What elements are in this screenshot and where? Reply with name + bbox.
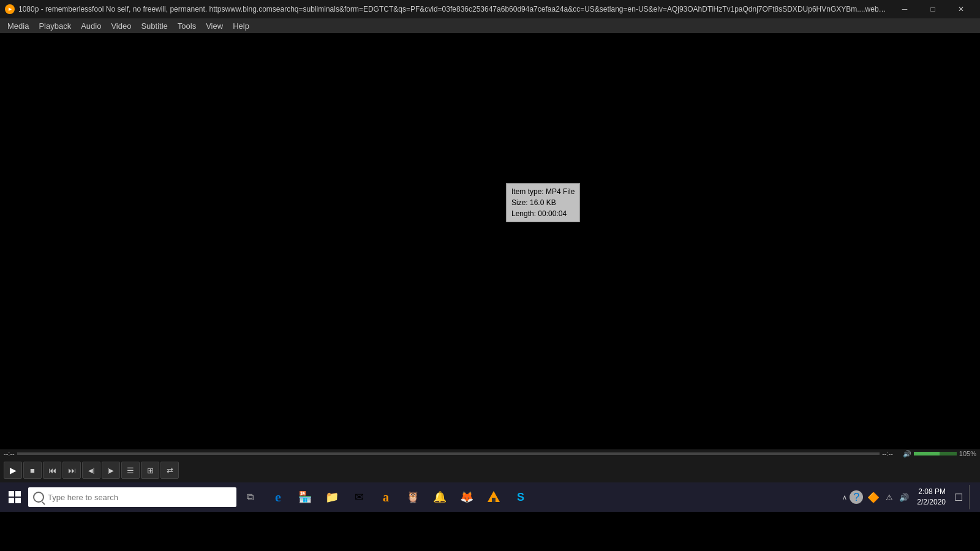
stop-button[interactable]: ■ bbox=[23, 462, 42, 479]
taskbar: ⧉ e 🏪 📁 ✉ a 🦉 🔔 🦊 S ∧ ? 🔶 ⚠ 🔊 bbox=[0, 482, 980, 512]
firefox-icon[interactable]: 🦊 bbox=[454, 485, 479, 509]
menu-tools[interactable]: Tools bbox=[173, 18, 201, 33]
tray-vlc-icon[interactable]: 🔶 bbox=[865, 492, 881, 503]
network-icon[interactable]: ⚠ bbox=[884, 493, 895, 502]
volume-slider[interactable] bbox=[914, 452, 957, 455]
frame-back-button[interactable]: ◀| bbox=[82, 462, 100, 479]
seek-bar[interactable] bbox=[17, 452, 880, 455]
store-icon[interactable]: 🏪 bbox=[293, 485, 317, 509]
mail-icon[interactable]: ✉ bbox=[347, 485, 371, 509]
window-controls: ─ □ ✕ bbox=[891, 0, 975, 18]
tooltip-line1: Item type: MP4 File bbox=[511, 186, 575, 197]
volume-icon[interactable]: 🔊 bbox=[903, 450, 911, 458]
tray-expand-button[interactable]: ∧ bbox=[842, 493, 847, 501]
file-tooltip: Item type: MP4 File Size: 16.0 KB Length… bbox=[506, 183, 580, 222]
restore-button[interactable]: □ bbox=[919, 0, 947, 18]
notification-icon[interactable]: ☐ bbox=[952, 492, 965, 503]
tray-help-icon[interactable]: ? bbox=[850, 490, 863, 504]
start-button[interactable] bbox=[4, 486, 26, 508]
seekbar-area: --:-- --:-- 🔊 105% bbox=[0, 449, 980, 458]
tripadvisor-icon[interactable]: 🦉 bbox=[401, 485, 425, 509]
taskbar-app-icons: e 🏪 📁 ✉ a 🦉 🔔 🦊 S bbox=[266, 485, 533, 509]
tooltip-line2: Size: 16.0 KB bbox=[511, 197, 575, 208]
menu-subtitle[interactable]: Subtitle bbox=[136, 18, 172, 33]
play-button[interactable]: ▶ bbox=[4, 462, 22, 479]
menu-video[interactable]: Video bbox=[106, 18, 136, 33]
video-area: Item type: MP4 File Size: 16.0 KB Length… bbox=[0, 33, 980, 449]
clock-date: 2/2/2020 bbox=[917, 497, 946, 508]
frame-fwd-button[interactable]: |▶ bbox=[102, 462, 120, 479]
show-desktop-button[interactable] bbox=[969, 485, 974, 509]
menu-bar: Media Playback Audio Video Subtitle Tool… bbox=[0, 18, 980, 33]
playback-controls: ▶ ■ ⏮ ⏭ ◀| |▶ ☰ ⊞ ⇄ bbox=[0, 458, 980, 482]
shuffle-button[interactable]: ⇄ bbox=[160, 462, 179, 479]
minimize-button[interactable]: ─ bbox=[891, 0, 919, 18]
prev-button[interactable]: ⏮ bbox=[43, 462, 61, 479]
file-explorer-icon[interactable]: 📁 bbox=[320, 485, 344, 509]
vlc-icon bbox=[5, 4, 15, 14]
ring-icon[interactable]: 🔔 bbox=[428, 485, 452, 509]
volume-fill bbox=[914, 452, 940, 455]
menu-playback[interactable]: Playback bbox=[34, 18, 76, 33]
volume-tray-icon[interactable]: 🔊 bbox=[897, 493, 911, 502]
taskbar-search-bar[interactable] bbox=[28, 487, 236, 507]
search-icon bbox=[33, 492, 44, 503]
menu-view[interactable]: View bbox=[201, 18, 228, 33]
clock-time: 2:08 PM bbox=[917, 487, 946, 497]
task-view-button[interactable]: ⧉ bbox=[239, 486, 261, 508]
seek-time-elapsed: --:-- bbox=[4, 450, 15, 457]
system-clock[interactable]: 2:08 PM 2/2/2020 bbox=[913, 487, 949, 508]
window-title: 1080p - rememberlessfool No self, no fre… bbox=[18, 5, 891, 13]
next-button[interactable]: ⏭ bbox=[62, 462, 81, 479]
menu-media[interactable]: Media bbox=[2, 18, 34, 33]
ext-playlist-button[interactable]: ⊞ bbox=[141, 462, 159, 479]
playlist-button[interactable]: ☰ bbox=[121, 462, 140, 479]
skype-icon[interactable]: S bbox=[508, 485, 533, 509]
title-bar: 1080p - rememberlessfool No self, no fre… bbox=[0, 0, 980, 18]
close-button[interactable]: ✕ bbox=[947, 0, 975, 18]
search-input[interactable] bbox=[48, 493, 232, 502]
system-tray: ∧ ? 🔶 ⚠ 🔊 2:08 PM 2/2/2020 ☐ bbox=[842, 485, 976, 509]
amazon-icon[interactable]: a bbox=[374, 485, 398, 509]
windows-logo-icon bbox=[9, 491, 21, 503]
menu-help[interactable]: Help bbox=[228, 18, 254, 33]
tooltip-line3: Length: 00:00:04 bbox=[511, 208, 575, 219]
svg-rect-1 bbox=[492, 498, 496, 502]
seek-time-remaining: --:-- bbox=[882, 450, 893, 457]
menu-audio[interactable]: Audio bbox=[76, 18, 106, 33]
edge-icon[interactable]: e bbox=[266, 485, 290, 509]
vlc-taskbar-icon[interactable] bbox=[481, 485, 506, 509]
volume-percent: 105% bbox=[959, 450, 976, 457]
